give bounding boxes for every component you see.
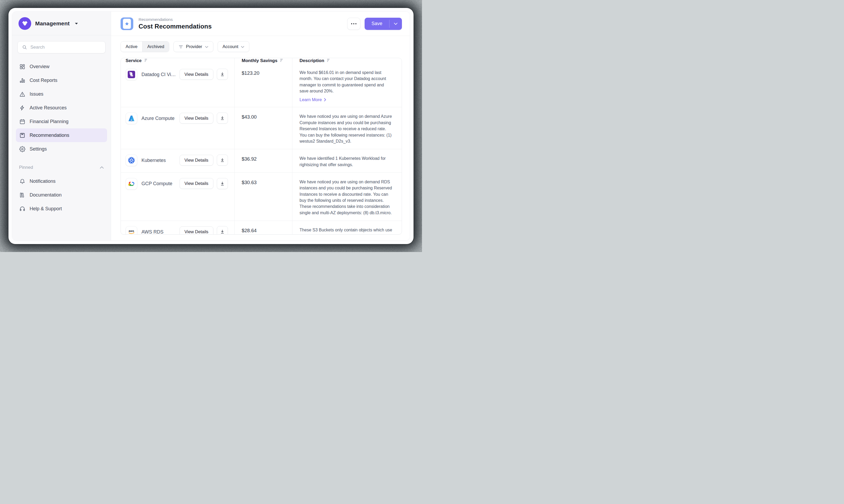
sidebar-nav: Overview Cost Reports Issues Active Reso… bbox=[12, 55, 111, 156]
chevron-down-icon bbox=[241, 44, 244, 49]
service-name: Azure Compute bbox=[141, 116, 174, 121]
page-header: Recommendations Cost Recommendations Sav… bbox=[111, 12, 410, 36]
more-options-button[interactable] bbox=[347, 18, 360, 30]
datadog-icon bbox=[125, 69, 137, 80]
download-icon bbox=[220, 181, 225, 186]
sidebar-item-active-resources[interactable]: Active Resources bbox=[16, 101, 107, 115]
page-title: Cost Recommendations bbox=[139, 23, 212, 30]
save-split-button: Save bbox=[365, 18, 402, 30]
tab-active[interactable]: Active bbox=[121, 41, 142, 52]
sidebar-item-settings[interactable]: Settings bbox=[16, 142, 107, 156]
chevron-down-icon bbox=[394, 22, 398, 25]
workspace-logo-icon bbox=[18, 17, 31, 30]
chevron-down-icon bbox=[205, 44, 208, 49]
pinned-item-help-support[interactable]: Help & Support bbox=[16, 202, 107, 216]
download-button[interactable] bbox=[217, 226, 228, 235]
pinned-item-documentation[interactable]: Documentation bbox=[16, 188, 107, 202]
description-text: We have noticed you are using on demand … bbox=[299, 113, 394, 144]
recommendations-icon bbox=[19, 132, 25, 139]
sort-icon[interactable] bbox=[144, 58, 148, 63]
pinned-section-header[interactable]: Pinned bbox=[12, 162, 111, 173]
download-button[interactable] bbox=[217, 69, 228, 80]
account-filter-button[interactable]: Account bbox=[218, 41, 249, 52]
pinned-nav: Notifications Documentation Help & Suppo… bbox=[12, 173, 111, 216]
table-row: GCP Compute View Details $30.63 We have … bbox=[121, 173, 402, 220]
table-row: Kubernetes View Details $36.92 We have i… bbox=[121, 149, 402, 173]
filter-icon bbox=[178, 44, 183, 49]
sort-icon[interactable] bbox=[280, 58, 284, 63]
issues-icon bbox=[19, 91, 25, 97]
description-text: We found $616.01 in on demand spend last… bbox=[299, 70, 394, 94]
app-window: Management Overview Cost Reports Issues … bbox=[8, 8, 414, 244]
monthly-savings-value: $43.00 bbox=[242, 114, 257, 120]
monthly-savings-value: $123.20 bbox=[242, 70, 259, 76]
service-name: Datadog CI Visibility bbox=[141, 72, 176, 77]
account-filter-label: Account bbox=[223, 44, 239, 49]
monthly-savings-value: $36.92 bbox=[242, 156, 257, 162]
sort-icon[interactable] bbox=[327, 58, 331, 63]
view-details-button[interactable]: View Details bbox=[179, 227, 213, 235]
documentation-icon bbox=[19, 192, 25, 198]
monthly-savings-value: $30.63 bbox=[242, 180, 257, 185]
chevron-up-icon[interactable] bbox=[100, 165, 104, 170]
ellipsis-icon bbox=[351, 23, 357, 24]
download-icon bbox=[220, 158, 225, 162]
service-name: GCP Compute bbox=[141, 181, 172, 186]
sidebar-item-overview[interactable]: Overview bbox=[16, 60, 107, 73]
download-icon bbox=[220, 116, 225, 121]
azure-icon bbox=[125, 112, 137, 124]
tab-archived[interactable]: Archived bbox=[142, 41, 169, 52]
service-name: AWS RDS bbox=[141, 229, 163, 235]
column-header-description: Description bbox=[299, 58, 324, 64]
recommendations-table: Service Monthly Savings Description bbox=[121, 58, 402, 235]
column-header-service: Service bbox=[125, 58, 142, 64]
sidebar-item-recommendations[interactable]: Recommendations bbox=[16, 128, 107, 142]
download-button[interactable] bbox=[217, 178, 228, 189]
view-details-button[interactable]: View Details bbox=[179, 178, 213, 189]
filter-bar: ActiveArchived Provider Account bbox=[111, 36, 410, 54]
chevron-right-icon bbox=[324, 98, 326, 102]
recommendations-star-icon bbox=[121, 17, 133, 30]
learn-more-link[interactable]: Learn More bbox=[299, 97, 326, 102]
sidebar: Management Overview Cost Reports Issues … bbox=[12, 12, 111, 240]
active-resources-icon bbox=[19, 105, 25, 111]
status-segmented-control: ActiveArchived bbox=[121, 41, 169, 52]
workspace-name: Management bbox=[35, 20, 70, 27]
sidebar-search[interactable] bbox=[17, 41, 105, 53]
main-content: Recommendations Cost Recommendations Sav… bbox=[111, 12, 410, 240]
description-text: We have identified 1 Kubernetes Workload… bbox=[299, 155, 394, 168]
gcp-icon bbox=[125, 178, 137, 190]
sidebar-item-issues[interactable]: Issues bbox=[16, 87, 107, 101]
pinned-label: Pinned bbox=[19, 165, 33, 170]
workspace-switcher[interactable]: Management bbox=[12, 12, 111, 35]
service-name: Kubernetes bbox=[141, 158, 166, 163]
overview-icon bbox=[19, 64, 25, 70]
notifications-icon bbox=[19, 178, 25, 184]
view-details-button[interactable]: View Details bbox=[179, 155, 213, 166]
breadcrumb: Recommendations bbox=[139, 17, 212, 22]
financial-planning-icon bbox=[19, 118, 25, 125]
description-text: We have noticed you are using on demand … bbox=[299, 179, 394, 216]
column-header-monthly-savings: Monthly Savings bbox=[242, 58, 277, 64]
workspace-caret-down-icon bbox=[74, 21, 78, 26]
settings-icon bbox=[19, 146, 25, 152]
pinned-item-notifications[interactable]: Notifications bbox=[16, 174, 107, 188]
save-button[interactable]: Save bbox=[365, 18, 389, 30]
view-details-button[interactable]: View Details bbox=[179, 69, 213, 80]
search-input[interactable] bbox=[30, 44, 101, 50]
table-row: aws AWS RDS View Details $28.64 These S3… bbox=[121, 220, 402, 235]
download-button[interactable] bbox=[217, 112, 228, 124]
view-details-button[interactable]: View Details bbox=[179, 113, 213, 124]
download-button[interactable] bbox=[217, 155, 228, 166]
sidebar-item-cost-reports[interactable]: Cost Reports bbox=[16, 73, 107, 87]
provider-filter-button[interactable]: Provider bbox=[173, 41, 213, 52]
save-dropdown-button[interactable] bbox=[390, 18, 402, 30]
table-header-row: Service Monthly Savings Description bbox=[121, 58, 402, 64]
table-row: Azure Compute View Details $43.00 We hav… bbox=[121, 107, 402, 149]
help-support-icon bbox=[19, 205, 25, 212]
download-icon bbox=[220, 72, 225, 77]
provider-filter-label: Provider bbox=[186, 44, 202, 49]
kubernetes-icon bbox=[125, 155, 137, 166]
sidebar-item-financial-planning[interactable]: Financial Planning bbox=[16, 115, 107, 128]
cost-reports-icon bbox=[19, 77, 25, 84]
